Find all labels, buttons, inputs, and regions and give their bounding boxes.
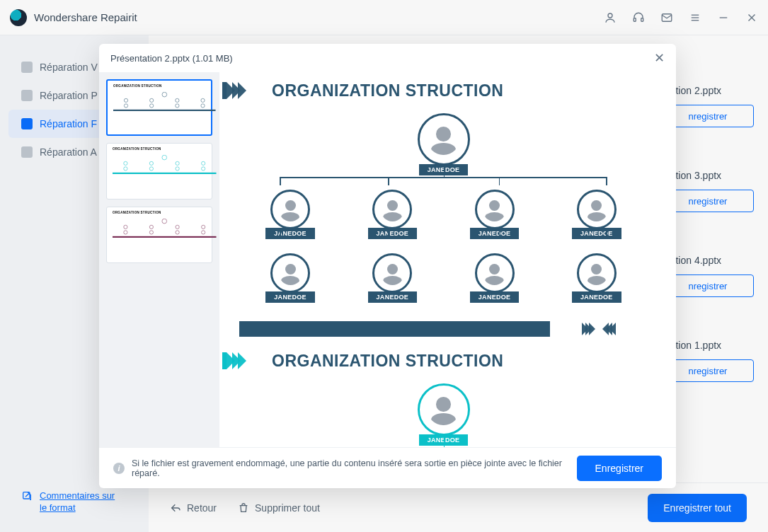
org-chart: JANEDOE (222, 381, 665, 447)
modal-title: Présentation 2.pptx (1.01 MB) (110, 53, 233, 64)
preview-area[interactable]: ORGANIZATION STRUCTION (219, 72, 676, 447)
thumbnail-2[interactable]: ORGANIZATION STRUCTION (106, 143, 212, 200)
thumbnail-panel: ORGANIZATION STRUCTION ORGANIZATION STRU… (99, 72, 219, 447)
thumbnail-3[interactable]: ORGANIZATION STRUCTION (106, 207, 212, 263)
close-icon[interactable]: ✕ (654, 50, 665, 66)
footer-message: Si le fichier est gravement endommagé, u… (132, 458, 570, 478)
node-name: JANEDOE (265, 291, 315, 303)
node-name: JANEDOE (265, 228, 315, 239)
node-name: JANEDOE (572, 291, 621, 303)
node-name: JANEDOE (470, 291, 520, 303)
slide-heading: ORGANIZATION STRUCTION (272, 352, 503, 371)
thumb-heading: ORGANIZATION STRUCTION (113, 147, 206, 151)
thumb-heading: ORGANIZATION STRUCTION (113, 84, 205, 88)
preview-modal: Présentation 2.pptx (1.01 MB) ✕ ORGANIZA… (99, 44, 676, 488)
thumb-heading: ORGANIZATION STRUCTION (113, 211, 206, 214)
node-name: JANEDOE (368, 228, 418, 239)
node-name: JANEDOE (368, 291, 418, 303)
slide-2: ORGANIZATION STRUCTION JANEDOE (222, 351, 665, 447)
save-button[interactable]: Enregistrer (577, 456, 662, 481)
org-chart: JANEDOE JANEDOE JANEDOE JANEDOE JANEDOE … (222, 110, 665, 311)
node-name: JANEDOE (470, 228, 520, 239)
info-icon: i (113, 463, 125, 474)
slide-1: ORGANIZATION STRUCTION (222, 81, 665, 337)
slide-heading: ORGANIZATION STRUCTION (272, 81, 503, 100)
node-name: JANEDOE (572, 228, 621, 239)
thumbnail-1[interactable]: ORGANIZATION STRUCTION (106, 79, 212, 136)
